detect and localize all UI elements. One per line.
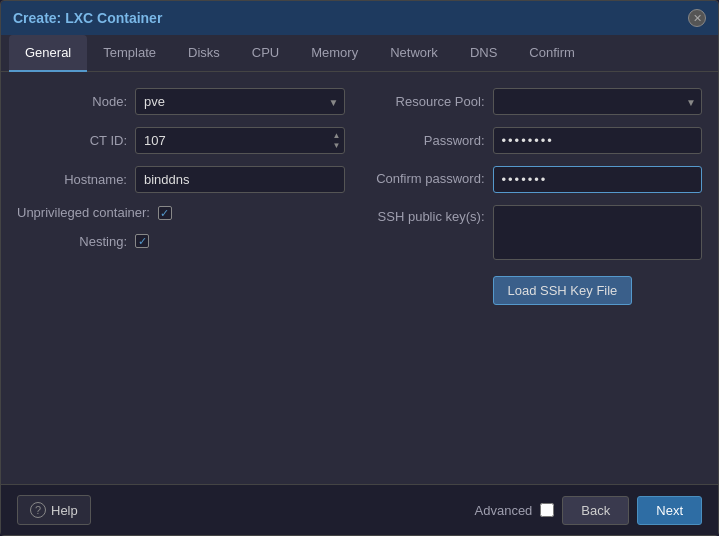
resource-pool-row: Resource Pool: ▼ [375,88,703,115]
resource-pool-select-wrap: ▼ [493,88,703,115]
confirm-password-row: Confirm password: [375,166,703,193]
resource-pool-label: Resource Pool: [375,94,485,109]
confirm-password-input[interactable] [493,166,703,193]
ctid-row: CT ID: ▲ ▼ [17,127,345,154]
password-row: Password: [375,127,703,154]
hostname-label: Hostname: [17,172,127,187]
unprivileged-checkbox[interactable]: ✓ [158,206,172,220]
ssh-keys-row: SSH public key(s): [375,205,703,260]
ctid-spinner-wrap: ▲ ▼ [135,127,345,154]
help-icon: ? [30,502,46,518]
load-ssh-key-button[interactable]: Load SSH Key File [493,276,633,305]
confirm-password-label: Confirm password: [375,171,485,188]
node-select[interactable]: pve [135,88,345,115]
hostname-row: Hostname: [17,166,345,193]
nesting-checkbox[interactable]: ✓ [135,234,149,248]
node-label: Node: [17,94,127,109]
form-content: Node: pve ▼ CT ID: ▲ ▼ [1,72,718,484]
unprivileged-label: Unprivileged container: [17,205,150,222]
password-label: Password: [375,133,485,148]
password-input[interactable] [493,127,703,154]
footer: ? Help Advanced Back Next [1,484,718,535]
tab-confirm[interactable]: Confirm [513,35,591,72]
nesting-checkbox-wrap: ✓ [135,234,149,248]
load-ssh-row: Load SSH Key File [375,272,703,305]
next-button[interactable]: Next [637,496,702,525]
advanced-label: Advanced [475,503,533,518]
footer-left: ? Help [17,495,467,525]
left-panel: Node: pve ▼ CT ID: ▲ ▼ [17,88,345,468]
unprivileged-checkbox-wrap: ✓ [158,206,172,220]
advanced-checkbox[interactable] [540,503,554,517]
ctid-up-btn[interactable]: ▲ [331,131,343,141]
nesting-label: Nesting: [17,234,127,249]
node-select-wrap: pve ▼ [135,88,345,115]
node-row: Node: pve ▼ [17,88,345,115]
resource-pool-select[interactable] [493,88,703,115]
close-button[interactable]: ✕ [688,9,706,27]
ssh-keys-textarea[interactable] [493,205,703,260]
help-label: Help [51,503,78,518]
tab-dns[interactable]: DNS [454,35,513,72]
ctid-label: CT ID: [17,133,127,148]
ctid-input[interactable] [135,127,345,154]
hostname-input[interactable] [135,166,345,193]
unprivileged-row: Unprivileged container: ✓ [17,205,345,222]
tab-cpu[interactable]: CPU [236,35,295,72]
tab-memory[interactable]: Memory [295,35,374,72]
title-bar: Create: LXC Container ✕ [1,1,718,35]
tab-general[interactable]: General [9,35,87,72]
ssh-keys-label: SSH public key(s): [375,205,485,224]
tab-network[interactable]: Network [374,35,454,72]
tab-template[interactable]: Template [87,35,172,72]
tab-bar: General Template Disks CPU Memory Networ… [1,35,718,72]
lxc-container-dialog: Create: LXC Container ✕ General Template… [0,0,719,536]
back-button[interactable]: Back [562,496,629,525]
help-button[interactable]: ? Help [17,495,91,525]
tab-disks[interactable]: Disks [172,35,236,72]
nesting-row: Nesting: ✓ [17,234,345,249]
ctid-down-btn[interactable]: ▼ [331,141,343,151]
ctid-spinner-arrows: ▲ ▼ [331,127,343,154]
right-panel: Resource Pool: ▼ Password: Confirm passw… [375,88,703,468]
window-title: Create: LXC Container [13,10,162,26]
